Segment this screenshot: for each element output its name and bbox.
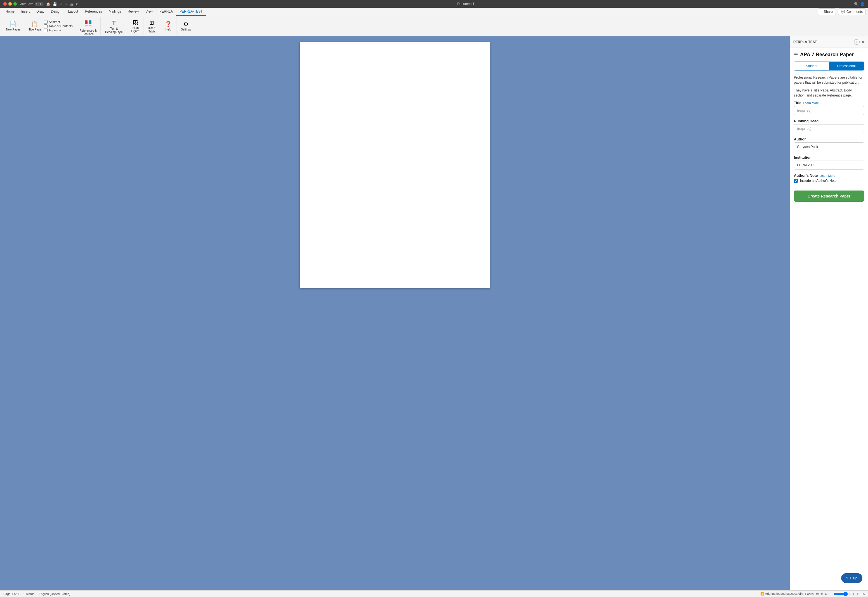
minimize-traffic-light[interactable] bbox=[8, 2, 12, 6]
appendix-checkbox-label[interactable]: Appendix bbox=[44, 28, 73, 32]
tab-view[interactable]: View bbox=[142, 8, 156, 16]
ribbon-group-insert-figure: 🖼 Insert Figure bbox=[127, 17, 144, 35]
authors-note-checkbox-label[interactable]: Include an Author's Note bbox=[800, 179, 836, 183]
new-paper-button[interactable]: 📄 New Paper bbox=[4, 19, 22, 33]
zoom-out-icon[interactable]: − bbox=[830, 592, 831, 596]
autosave-toggle[interactable]: OFF bbox=[35, 2, 44, 6]
panel-header: PERRLA-TEST i ✕ bbox=[790, 36, 868, 48]
language: English (United States) bbox=[39, 592, 71, 596]
insert-figure-button[interactable]: 🖼 Insert Figure bbox=[130, 18, 141, 34]
text-style-icon: T bbox=[112, 19, 116, 27]
document-page[interactable] bbox=[300, 42, 490, 288]
tab-review[interactable]: Review bbox=[124, 8, 142, 16]
ribbon-group-help: ❓ Help bbox=[160, 17, 176, 35]
zoom-level[interactable]: 161% bbox=[857, 592, 865, 596]
create-research-paper-button[interactable]: Create Research Paper bbox=[794, 190, 864, 202]
share-button[interactable]: ↑ Share bbox=[818, 8, 836, 15]
references-citations-button[interactable]: References & Citations bbox=[78, 18, 98, 37]
settings-button[interactable]: ⚙ Settings bbox=[179, 19, 193, 33]
tab-perrla[interactable]: PERRLA bbox=[156, 8, 176, 16]
floating-help-button[interactable]: ? Help bbox=[841, 573, 862, 583]
hamburger-icon: ☰ bbox=[794, 52, 798, 57]
toolbar-print-icon[interactable]: 🖨 bbox=[70, 2, 74, 6]
toolbar-more-icon[interactable]: ▾ bbox=[76, 2, 78, 6]
title-page-button[interactable]: 📋 Title Page bbox=[27, 19, 43, 33]
tab-mailings[interactable]: Mailings bbox=[105, 8, 124, 16]
status-right: 📶 Add-ins loaded successfully Focus ▭ ≡ … bbox=[760, 592, 865, 596]
panel-close-button[interactable]: ✕ bbox=[861, 40, 865, 44]
maximize-traffic-light[interactable] bbox=[13, 2, 17, 6]
author-label: Author bbox=[794, 137, 864, 141]
panel-body: ☰ APA 7 Research Paper Student Professio… bbox=[790, 48, 868, 590]
close-traffic-light[interactable] bbox=[3, 2, 7, 6]
title-input[interactable] bbox=[794, 106, 864, 115]
toolbar-undo-icon[interactable]: ↩ bbox=[59, 2, 62, 6]
ribbon-group-settings: ⚙ Settings bbox=[177, 17, 195, 35]
professional-tab[interactable]: Professional bbox=[829, 62, 864, 70]
ribbon-share-area: ↑ Share 💬 Comments bbox=[818, 8, 866, 15]
status-bar: Page 1 of 1 0 words English (United Stat… bbox=[0, 590, 868, 597]
tab-perrla-test[interactable]: PERRLA-TEST bbox=[176, 8, 206, 16]
toc-checkbox-label[interactable]: Table of Contents bbox=[44, 24, 73, 28]
tab-references[interactable]: References bbox=[81, 8, 105, 16]
running-head-input[interactable] bbox=[794, 124, 864, 133]
references-icon bbox=[84, 19, 92, 28]
help-circle-icon: ? bbox=[846, 576, 848, 580]
svg-rect-1 bbox=[89, 21, 92, 24]
ribbon-content: 📄 New Paper 📋 Title Page Abstract bbox=[0, 16, 868, 36]
view-print-icon[interactable]: ⊞ bbox=[825, 592, 828, 596]
abstract-checkbox[interactable] bbox=[44, 20, 47, 24]
svg-rect-0 bbox=[85, 21, 87, 24]
help-button[interactable]: ❓ Help bbox=[163, 19, 174, 33]
search-icon[interactable]: 🔍 bbox=[854, 2, 859, 6]
tab-draw[interactable]: Draw bbox=[33, 8, 47, 16]
side-panel: PERRLA-TEST i ✕ ☰ APA 7 Research Paper S… bbox=[790, 36, 868, 590]
tab-layout[interactable]: Layout bbox=[65, 8, 81, 16]
panel-desc-2: They have a Title Page, Abstract, Body s… bbox=[794, 88, 864, 98]
svg-rect-2 bbox=[85, 25, 87, 26]
focus-button[interactable]: Focus bbox=[805, 592, 814, 596]
tab-insert[interactable]: Insert bbox=[18, 8, 33, 16]
institution-field-group: Institution bbox=[794, 155, 864, 169]
ribbon-tab-bar: Home Insert Draw Design Layout Reference… bbox=[0, 8, 868, 16]
text-heading-style-button[interactable]: T Text & Heading Style bbox=[104, 18, 124, 35]
toc-checkbox[interactable] bbox=[44, 24, 47, 28]
document-title: Document1 bbox=[78, 2, 854, 6]
insert-table-button[interactable]: ⊞ Insert Table bbox=[146, 18, 157, 34]
ribbon-checkboxes: Abstract Table of Contents Appendix bbox=[44, 20, 73, 32]
running-head-field-group: Running Head bbox=[794, 119, 864, 133]
tab-design[interactable]: Design bbox=[47, 8, 65, 16]
author-field-group: Author bbox=[794, 137, 864, 151]
traffic-lights bbox=[3, 2, 17, 6]
ribbon-group-insert-table: ⊞ Insert Table bbox=[144, 17, 160, 35]
view-normal-icon[interactable]: ▭ bbox=[816, 592, 819, 596]
new-paper-icon: 📄 bbox=[9, 21, 16, 27]
authors-note-checkbox[interactable] bbox=[794, 179, 798, 183]
author-input[interactable] bbox=[794, 143, 864, 151]
main-area: PERRLA-TEST i ✕ ☰ APA 7 Research Paper S… bbox=[0, 36, 868, 590]
abstract-checkbox-label[interactable]: Abstract bbox=[44, 20, 73, 24]
title-learn-more[interactable]: Learn More bbox=[803, 101, 819, 105]
view-outline-icon[interactable]: ≡ bbox=[821, 592, 823, 596]
running-head-label: Running Head bbox=[794, 119, 864, 123]
text-cursor bbox=[311, 53, 311, 58]
appendix-checkbox[interactable] bbox=[44, 28, 47, 32]
account-icon[interactable]: 👤 bbox=[860, 2, 865, 6]
document-area[interactable] bbox=[0, 36, 790, 590]
tab-home[interactable]: Home bbox=[2, 8, 18, 16]
zoom-in-icon[interactable]: + bbox=[853, 592, 854, 596]
authors-note-learn-more[interactable]: Learn More bbox=[819, 174, 835, 177]
ribbon-group-references: References & Citations bbox=[76, 17, 101, 35]
title-page-icon: 📋 bbox=[31, 21, 38, 27]
toolbar-redo-icon[interactable]: ↪ bbox=[65, 2, 68, 6]
share-icon: ↑ bbox=[821, 10, 823, 14]
panel-info-button[interactable]: i bbox=[854, 39, 860, 45]
toolbar-save-icon[interactable]: 💾 bbox=[53, 2, 57, 6]
institution-input[interactable] bbox=[794, 160, 864, 169]
student-tab[interactable]: Student bbox=[794, 62, 829, 70]
toolbar-home-icon[interactable]: 🏠 bbox=[46, 2, 50, 6]
zoom-slider[interactable] bbox=[834, 592, 850, 596]
comments-button[interactable]: 💬 Comments bbox=[838, 8, 866, 15]
title-bar: AutoSave OFF 🏠 💾 ↩ ↪ 🖨 ▾ Document1 🔍 👤 bbox=[0, 0, 868, 8]
wifi-icon: 📶 bbox=[760, 592, 764, 596]
